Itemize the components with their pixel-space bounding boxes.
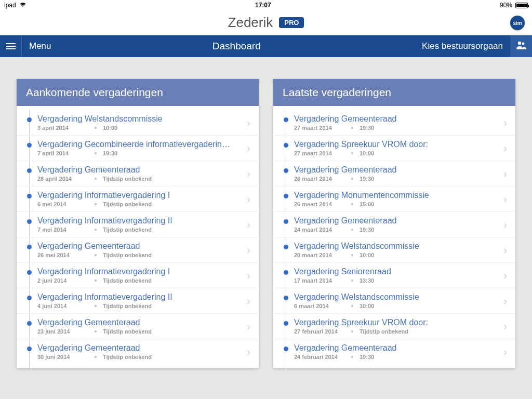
timeline-dot-icon xyxy=(284,321,288,326)
recent-panel-title: Laatste vergaderingen xyxy=(273,79,515,106)
timeline-dot-icon xyxy=(27,219,32,224)
separator-dot-icon xyxy=(95,280,97,282)
kies-bestuursorgaan-button[interactable]: Kies bestuursorgaan xyxy=(422,41,510,51)
meeting-date: 2 juni 2014 xyxy=(37,277,95,284)
meeting-date: 26 maart 2014 xyxy=(294,176,351,182)
meeting-meta: 30 juni 2014Tijdstip onbekend xyxy=(37,354,238,360)
meeting-meta: 26 maart 201415:00 xyxy=(294,201,495,207)
battery-icon xyxy=(515,3,528,8)
recent-meetings-panel: Laatste vergaderingen Vergadering Gemeen… xyxy=(273,79,515,368)
chevron-right-icon: › xyxy=(247,142,250,154)
meeting-meta: 27 maart 201419:30 xyxy=(294,125,495,131)
people-button[interactable] xyxy=(510,35,532,57)
meeting-date: 27 maart 2014 xyxy=(294,150,351,156)
separator-dot-icon xyxy=(351,229,353,231)
meeting-date: 27 maart 2014 xyxy=(294,125,351,131)
meeting-time: Tijdstip onbekend xyxy=(103,252,152,258)
upcoming-meetings-panel: Aankomende vergaderingen Vergadering Wel… xyxy=(17,79,259,368)
meeting-item[interactable]: Vergadering Monumentencommissie26 maart … xyxy=(273,187,515,212)
meeting-item[interactable]: Vergadering Gemeenteraad24 februari 2014… xyxy=(273,339,515,364)
separator-dot-icon xyxy=(351,178,353,180)
meeting-date: 30 juni 2014 xyxy=(37,354,95,360)
meeting-item[interactable]: Vergadering Gecombineerde informatieverg… xyxy=(17,136,259,161)
meeting-date: 23 juni 2014 xyxy=(37,328,95,335)
meeting-time: Tijdstip onbekend xyxy=(103,277,152,284)
meeting-item[interactable]: Vergadering Welstandscommissie20 maart 2… xyxy=(273,237,515,263)
chevron-right-icon: › xyxy=(247,168,250,180)
meeting-date: 3 april 2014 xyxy=(37,125,95,131)
chevron-right-icon: › xyxy=(503,244,507,256)
meeting-item[interactable]: Vergadering Welstandscommissie6 maart 20… xyxy=(273,288,515,314)
meeting-date: 20 maart 2014 xyxy=(294,252,351,258)
sim-logo-icon: sim xyxy=(510,16,525,30)
meeting-title: Vergadering Gemeenteraad xyxy=(294,216,495,225)
meeting-meta: 17 maart 201413:30 xyxy=(294,277,495,284)
meeting-item[interactable]: Vergadering Gemeenteraad28 april 2014Tij… xyxy=(17,161,259,187)
chevron-right-icon: › xyxy=(503,346,507,358)
meeting-title: Vergadering Gemeenteraad xyxy=(294,343,495,353)
chevron-right-icon: › xyxy=(247,270,250,282)
meeting-item[interactable]: Vergadering Gemeenteraad23 juni 2014Tijd… xyxy=(17,314,259,339)
meeting-title: Vergadering Monumentencommissie xyxy=(294,191,495,200)
meeting-item[interactable]: Vergadering Spreekuur VROM door:27 maart… xyxy=(273,136,515,161)
meeting-date: 6 mei 2014 xyxy=(37,201,95,207)
timeline-dot-icon xyxy=(27,168,32,173)
meeting-date: 26 maart 2014 xyxy=(294,201,351,207)
timeline-dot-icon xyxy=(284,194,288,198)
meeting-time: Tijdstip onbekend xyxy=(103,354,152,360)
meeting-date: 24 maart 2014 xyxy=(294,227,351,233)
people-icon xyxy=(515,41,527,52)
separator-dot-icon xyxy=(351,152,353,154)
chevron-right-icon: › xyxy=(247,193,250,205)
meeting-meta: 6 maart 201410:00 xyxy=(294,303,495,309)
meeting-meta: 20 maart 201410:00 xyxy=(294,252,495,258)
meeting-date: 27 februari 2014 xyxy=(294,328,351,335)
menu-label[interactable]: Menu xyxy=(22,41,51,51)
meeting-title: Vergadering Gemeenteraad xyxy=(37,343,238,353)
meeting-time: 19:30 xyxy=(360,176,374,182)
wifi-icon xyxy=(19,2,26,9)
meeting-meta: 26 mei 2014Tijdstip onbekend xyxy=(37,252,238,258)
menu-button[interactable] xyxy=(0,35,22,57)
meeting-item[interactable]: Vergadering Gemeenteraad26 mei 2014Tijds… xyxy=(17,237,259,263)
meeting-time: 19:30 xyxy=(360,227,374,233)
meeting-date: 4 juni 2014 xyxy=(37,303,95,309)
status-bar: ipad 17:07 90% xyxy=(0,0,532,10)
chevron-right-icon: › xyxy=(503,193,507,205)
meeting-title: Vergadering Informatievergadering II xyxy=(37,292,238,302)
chevron-right-icon: › xyxy=(503,270,507,282)
meeting-item[interactable]: Vergadering Informatievergadering I6 mei… xyxy=(17,187,259,212)
timeline-dot-icon xyxy=(284,143,288,148)
meeting-title: Vergadering Informatievergadering I xyxy=(37,191,238,200)
meeting-item[interactable]: Vergadering Gemeenteraad24 maart 201419:… xyxy=(273,212,515,237)
meeting-item[interactable]: Vergadering Informatievergadering II7 me… xyxy=(17,212,259,237)
meeting-meta: 27 maart 201410:00 xyxy=(294,150,495,156)
meeting-date: 7 mei 2014 xyxy=(37,227,95,233)
meeting-meta: 7 april 201419:30 xyxy=(37,150,238,156)
meeting-title: Vergadering Gemeenteraad xyxy=(37,242,238,251)
separator-dot-icon xyxy=(351,356,353,358)
timeline-dot-icon xyxy=(284,168,288,173)
separator-dot-icon xyxy=(95,178,97,180)
meeting-item[interactable]: Vergadering Spreekuur VROM door:27 febru… xyxy=(273,314,515,339)
meeting-time: 19:30 xyxy=(360,125,374,131)
timeline-dot-icon xyxy=(27,321,32,326)
meeting-item[interactable]: Vergadering Gemeenteraad27 maart 201419:… xyxy=(273,110,515,136)
meeting-item[interactable]: Vergadering Seniorenraad17 maart 201413:… xyxy=(273,263,515,288)
meeting-item[interactable]: Vergadering Informatievergadering II4 ju… xyxy=(17,288,259,314)
meeting-title: Vergadering Welstandscommissie xyxy=(294,242,495,251)
nav-bar: Menu Dashboard Kies bestuursorgaan xyxy=(0,35,532,57)
timeline-dot-icon xyxy=(284,219,288,224)
meeting-time: Tijdstip onbekend xyxy=(103,227,152,233)
meeting-item[interactable]: Vergadering Informatievergadering I2 jun… xyxy=(17,263,259,288)
meeting-item[interactable]: Vergadering Welstandscommissie3 april 20… xyxy=(17,110,259,136)
app-title: Zederik xyxy=(228,15,273,31)
meeting-title: Vergadering Informatievergadering II xyxy=(37,216,238,225)
separator-dot-icon xyxy=(351,254,353,256)
meeting-item[interactable]: Vergadering Gemeenteraad26 maart 201419:… xyxy=(273,161,515,187)
meeting-meta: 6 mei 2014Tijdstip onbekend xyxy=(37,201,238,207)
meeting-item[interactable]: Vergadering Gemeenteraad30 juni 2014Tijd… xyxy=(17,339,259,364)
meeting-date: 7 april 2014 xyxy=(37,150,95,156)
timeline-dot-icon xyxy=(27,270,32,275)
meeting-date: 6 maart 2014 xyxy=(294,303,351,309)
